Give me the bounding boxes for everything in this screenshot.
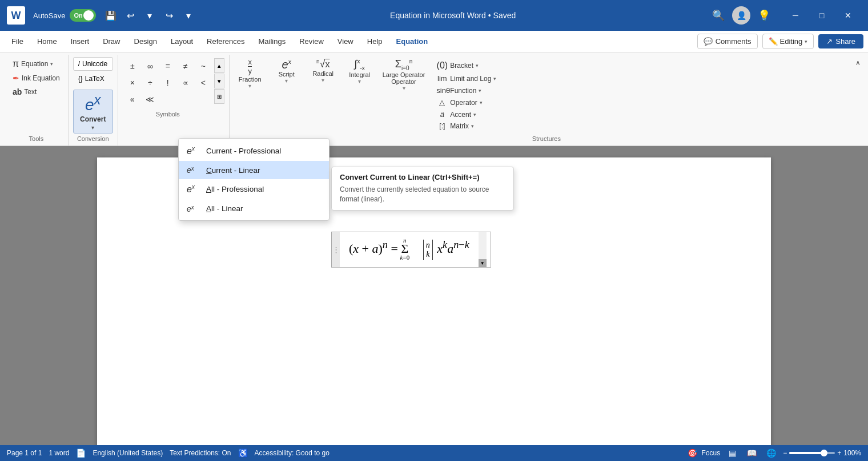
convert-dropdown: ex Current - Professional ex CCurrent - …: [178, 138, 329, 221]
menu-insert[interactable]: Insert: [64, 34, 97, 49]
zoom-minus-icon[interactable]: −: [783, 449, 787, 457]
fraction-button[interactable]: x y Fraction ▾: [234, 57, 266, 90]
conversion-content: / Unicode {} LaTeX: [73, 57, 113, 87]
symbol-scroll-up[interactable]: ▲: [214, 58, 224, 73]
ink-equation-button[interactable]: ✒ Ink Equation: [9, 72, 63, 84]
radical-button[interactable]: n√x Radical ▾: [307, 57, 339, 84]
text-predictions: Text Predictions: On: [170, 449, 231, 457]
equation-label: Equation: [21, 60, 48, 68]
dropdown-all-professional[interactable]: ex All - Professional: [179, 179, 329, 199]
integral-button[interactable]: ∫x-x Integral ▾: [344, 57, 376, 86]
matrix-button[interactable]: [:] Matrix ▾: [432, 121, 501, 131]
spelling-check-icon[interactable]: 📄: [76, 448, 86, 458]
undo-icon[interactable]: ↩: [122, 7, 138, 23]
minimize-button[interactable]: ─: [782, 6, 809, 25]
drag-handle[interactable]: ⋮: [332, 232, 340, 267]
lightbulb-icon[interactable]: 💡: [755, 6, 773, 25]
radical-chevron: ▾: [322, 77, 324, 83]
eq-scrollbar: ▼: [479, 232, 487, 267]
symbol-excl[interactable]: !: [159, 75, 176, 91]
zoom-plus-icon[interactable]: +: [837, 449, 841, 457]
customize-icon[interactable]: ▾: [180, 7, 196, 23]
symbol-div[interactable]: ÷: [142, 75, 159, 91]
unicode-button[interactable]: / Unicode: [73, 57, 113, 71]
focus-icon[interactable]: 🎯: [688, 448, 697, 458]
view-read-btn[interactable]: 📖: [744, 447, 759, 459]
user-avatar[interactable]: 👤: [732, 6, 750, 25]
script-button[interactable]: ex Script ▾: [271, 57, 303, 85]
tools-content: π Equation ▾ ✒ Ink Equation ab Text: [9, 57, 63, 134]
eq-scroll-down[interactable]: ▼: [479, 259, 487, 267]
accent-icon: ä: [436, 110, 448, 119]
tools-group-label: Tools: [9, 134, 63, 143]
menu-equation[interactable]: Equation: [389, 34, 435, 49]
editing-button[interactable]: ✏️ Editing ▾: [762, 34, 814, 49]
function-button[interactable]: sinθ Function ▾: [432, 85, 501, 96]
close-button[interactable]: ✕: [835, 6, 861, 25]
menu-review[interactable]: Review: [292, 34, 331, 49]
dropdown-current-professional[interactable]: ex Current - Professional: [179, 141, 329, 161]
zoom-slider[interactable]: [789, 452, 835, 454]
undo-dropdown-icon[interactable]: ▾: [142, 7, 158, 23]
menu-design[interactable]: Design: [127, 34, 164, 49]
status-right: 🎯 Focus ▤ 📖 🌐 − + 100%: [688, 447, 861, 459]
operator-button[interactable]: △ Operator ▾: [432, 97, 501, 108]
view-web-btn[interactable]: 🌐: [763, 447, 778, 459]
redo-icon[interactable]: ↪: [161, 7, 177, 23]
maximize-button[interactable]: □: [809, 6, 835, 25]
symbol-eq[interactable]: =: [159, 58, 176, 74]
convert-button[interactable]: ex Convert ▾: [73, 90, 113, 134]
zoom-thumb[interactable]: [821, 450, 827, 456]
symbol-neq[interactable]: ≠: [177, 58, 194, 74]
menu-references[interactable]: References: [200, 34, 251, 49]
function-chevron: ▾: [479, 88, 481, 94]
large-operator-button[interactable]: Σi=0n Large Operator Operator ▾: [380, 57, 428, 92]
menu-help[interactable]: Help: [360, 34, 389, 49]
accent-button[interactable]: ä Accent ▾: [432, 109, 501, 120]
ink-icon: ✒: [13, 74, 19, 83]
text-label: Text: [24, 88, 37, 96]
symbol-laquo[interactable]: «: [124, 91, 141, 107]
symbol-inf[interactable]: ∞: [142, 58, 159, 74]
menu-home[interactable]: Home: [30, 34, 64, 49]
share-button[interactable]: ↗ Share: [818, 34, 863, 48]
bracket-button[interactable]: (0) Bracket ▾: [432, 59, 501, 72]
dropdown-all-linear[interactable]: ex All - Linear: [179, 200, 329, 218]
text-button[interactable]: ab Text: [9, 86, 63, 98]
search-icon[interactable]: 🔍: [709, 6, 728, 25]
symbol-times[interactable]: ×: [124, 75, 141, 91]
tooltip-description: Convert the currently selected equation …: [340, 185, 505, 204]
menu-mailings[interactable]: Mailings: [252, 34, 293, 49]
equation-chevron-icon: ▾: [50, 61, 53, 67]
zoom-level: 100%: [843, 449, 861, 457]
latex-button[interactable]: {} LaTeX: [73, 72, 113, 86]
limit-log-button[interactable]: lim Limit and Log ▾: [432, 73, 501, 84]
symbol-scroll-expand[interactable]: ⊞: [214, 89, 224, 104]
view-layout-btn[interactable]: ▤: [725, 447, 740, 459]
autosave-toggle-text: On: [74, 12, 82, 19]
symbol-tilde[interactable]: ~: [195, 58, 212, 74]
radical-icon: n√x: [316, 58, 329, 70]
menu-layout[interactable]: Layout: [164, 34, 200, 49]
accessibility-status: Accessibility: Good to go: [255, 449, 329, 457]
symbols-group-label: Symbols: [123, 110, 213, 119]
symbol-prop[interactable]: ∝: [177, 75, 194, 91]
comments-button[interactable]: 💬 Comments: [697, 34, 758, 49]
autosave-toggle[interactable]: On: [70, 9, 96, 22]
page-info: Page 1 of 1: [7, 449, 42, 457]
ribbon-collapse-button[interactable]: ∧: [852, 57, 863, 68]
menu-draw[interactable]: Draw: [96, 34, 127, 49]
symbol-scroll-down[interactable]: ▼: [214, 74, 224, 88]
equation-button[interactable]: π Equation ▾: [9, 57, 63, 71]
dropdown-current-linear[interactable]: ex CCurrent - Linearurrent - Linear: [179, 161, 329, 179]
autosave-knob: [83, 10, 94, 21]
accessibility-icon[interactable]: ♿: [238, 448, 248, 458]
save-icon[interactable]: 💾: [103, 7, 119, 23]
convert-arrow-icon: ▾: [91, 124, 94, 131]
current-pro-label: Current - Professional: [206, 147, 321, 155]
symbol-lt[interactable]: <: [195, 75, 212, 91]
symbol-ll[interactable]: ≪: [142, 91, 159, 107]
menu-view[interactable]: View: [331, 34, 360, 49]
symbol-pm[interactable]: ±: [124, 58, 141, 74]
menu-file[interactable]: File: [5, 34, 30, 49]
